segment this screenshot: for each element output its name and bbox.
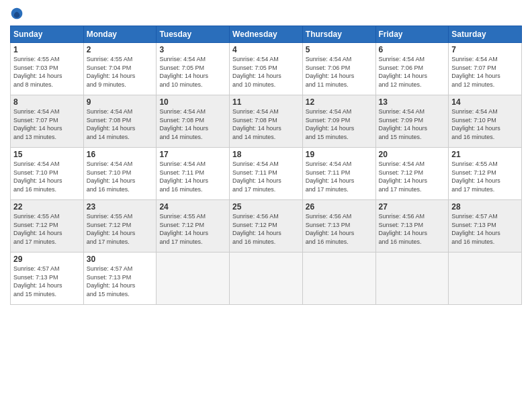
day-header-monday: Monday	[83, 26, 157, 43]
calendar-cell: 9Sunrise: 4:54 AMSunset: 7:08 PMDaylight…	[83, 95, 157, 148]
day-header-sunday: Sunday	[11, 26, 84, 43]
calendar-cell: 3Sunrise: 4:54 AMSunset: 7:05 PMDaylight…	[157, 43, 230, 95]
day-number: 29	[13, 255, 81, 264]
day-number: 15	[13, 150, 81, 159]
logo	[10, 7, 26, 20]
calendar-cell	[449, 253, 522, 305]
day-number: 21	[451, 150, 519, 159]
day-info: Sunrise: 4:54 AMSunset: 7:10 PMDaylight:…	[451, 107, 519, 141]
calendar-body: 1Sunrise: 4:55 AMSunset: 7:03 PMDaylight…	[11, 43, 522, 305]
day-info: Sunrise: 4:54 AMSunset: 7:11 PMDaylight:…	[306, 160, 373, 193]
day-number: 16	[87, 150, 154, 159]
day-info: Sunrise: 4:54 AMSunset: 7:08 PMDaylight:…	[87, 107, 154, 141]
day-number: 8	[13, 97, 81, 107]
calendar-cell: 13Sunrise: 4:54 AMSunset: 7:09 PMDayligh…	[375, 95, 449, 148]
calendar-cell: 21Sunrise: 4:55 AMSunset: 7:12 PMDayligh…	[449, 148, 522, 200]
day-info: Sunrise: 4:54 AMSunset: 7:11 PMDaylight:…	[159, 160, 226, 193]
day-number: 24	[159, 202, 226, 212]
calendar-cell: 29Sunrise: 4:57 AMSunset: 7:13 PMDayligh…	[11, 253, 84, 305]
calendar-cell: 26Sunrise: 4:56 AMSunset: 7:13 PMDayligh…	[302, 200, 375, 253]
calendar-cell: 27Sunrise: 4:56 AMSunset: 7:13 PMDayligh…	[375, 200, 449, 253]
day-info: Sunrise: 4:57 AMSunset: 7:13 PMDaylight:…	[13, 265, 81, 298]
calendar-cell: 1Sunrise: 4:55 AMSunset: 7:03 PMDaylight…	[11, 43, 84, 95]
day-info: Sunrise: 4:54 AMSunset: 7:06 PMDaylight:…	[379, 55, 446, 89]
day-info: Sunrise: 4:54 AMSunset: 7:09 PMDaylight:…	[379, 107, 446, 141]
day-info: Sunrise: 4:54 AMSunset: 7:12 PMDaylight:…	[379, 160, 446, 193]
calendar-cell: 16Sunrise: 4:54 AMSunset: 7:10 PMDayligh…	[83, 148, 157, 200]
logo-icon	[10, 7, 24, 20]
calendar-cell	[157, 253, 230, 305]
day-info: Sunrise: 4:54 AMSunset: 7:07 PMDaylight:…	[451, 55, 519, 89]
calendar-cell: 18Sunrise: 4:54 AMSunset: 7:11 PMDayligh…	[230, 148, 303, 200]
calendar-cell: 2Sunrise: 4:55 AMSunset: 7:04 PMDaylight…	[83, 43, 157, 95]
day-info: Sunrise: 4:54 AMSunset: 7:07 PMDaylight:…	[13, 107, 81, 141]
week-row-4: 22Sunrise: 4:55 AMSunset: 7:12 PMDayligh…	[11, 200, 522, 253]
day-info: Sunrise: 4:55 AMSunset: 7:04 PMDaylight:…	[87, 55, 154, 89]
day-number: 27	[379, 202, 446, 212]
day-header-wednesday: Wednesday	[230, 26, 303, 43]
day-info: Sunrise: 4:57 AMSunset: 7:13 PMDaylight:…	[451, 212, 519, 246]
day-number: 17	[159, 150, 226, 159]
day-number: 13	[379, 97, 446, 107]
calendar-cell	[230, 253, 303, 305]
calendar-cell: 30Sunrise: 4:57 AMSunset: 7:13 PMDayligh…	[83, 253, 157, 305]
day-info: Sunrise: 4:55 AMSunset: 7:12 PMDaylight:…	[87, 212, 154, 246]
calendar-cell	[375, 253, 449, 305]
day-info: Sunrise: 4:55 AMSunset: 7:12 PMDaylight:…	[159, 212, 226, 246]
calendar: SundayMondayTuesdayWednesdayThursdayFrid…	[10, 26, 522, 305]
calendar-cell: 8Sunrise: 4:54 AMSunset: 7:07 PMDaylight…	[11, 95, 84, 148]
header	[10, 7, 522, 20]
day-number: 7	[451, 45, 519, 54]
day-number: 6	[379, 45, 446, 54]
calendar-cell: 5Sunrise: 4:54 AMSunset: 7:06 PMDaylight…	[302, 43, 375, 95]
day-number: 2	[87, 45, 154, 54]
day-number: 1	[13, 45, 81, 54]
day-header-thursday: Thursday	[302, 26, 375, 43]
day-number: 23	[87, 202, 154, 212]
day-number: 18	[232, 150, 300, 159]
calendar-cell: 23Sunrise: 4:55 AMSunset: 7:12 PMDayligh…	[83, 200, 157, 253]
day-number: 5	[306, 45, 373, 54]
day-info: Sunrise: 4:54 AMSunset: 7:05 PMDaylight:…	[232, 55, 300, 89]
calendar-cell: 14Sunrise: 4:54 AMSunset: 7:10 PMDayligh…	[449, 95, 522, 148]
day-info: Sunrise: 4:56 AMSunset: 7:12 PMDaylight:…	[232, 212, 300, 246]
calendar-cell: 24Sunrise: 4:55 AMSunset: 7:12 PMDayligh…	[157, 200, 230, 253]
day-info: Sunrise: 4:56 AMSunset: 7:13 PMDaylight:…	[306, 212, 373, 246]
calendar-cell: 11Sunrise: 4:54 AMSunset: 7:08 PMDayligh…	[230, 95, 303, 148]
day-info: Sunrise: 4:54 AMSunset: 7:08 PMDaylight:…	[232, 107, 300, 141]
day-info: Sunrise: 4:56 AMSunset: 7:13 PMDaylight:…	[379, 212, 446, 246]
calendar-cell: 20Sunrise: 4:54 AMSunset: 7:12 PMDayligh…	[375, 148, 449, 200]
day-number: 10	[159, 97, 226, 107]
day-number: 22	[13, 202, 81, 212]
day-number: 30	[87, 255, 154, 264]
day-number: 3	[159, 45, 226, 54]
day-info: Sunrise: 4:54 AMSunset: 7:10 PMDaylight:…	[13, 160, 81, 193]
calendar-cell: 4Sunrise: 4:54 AMSunset: 7:05 PMDaylight…	[230, 43, 303, 95]
day-info: Sunrise: 4:54 AMSunset: 7:09 PMDaylight:…	[306, 107, 373, 141]
day-info: Sunrise: 4:55 AMSunset: 7:03 PMDaylight:…	[13, 55, 81, 89]
day-number: 14	[451, 97, 519, 107]
week-row-5: 29Sunrise: 4:57 AMSunset: 7:13 PMDayligh…	[11, 253, 522, 305]
calendar-header-row: SundayMondayTuesdayWednesdayThursdayFrid…	[11, 26, 522, 43]
day-info: Sunrise: 4:55 AMSunset: 7:12 PMDaylight:…	[13, 212, 81, 246]
day-info: Sunrise: 4:54 AMSunset: 7:11 PMDaylight:…	[232, 160, 300, 193]
calendar-cell	[302, 253, 375, 305]
calendar-cell: 7Sunrise: 4:54 AMSunset: 7:07 PMDaylight…	[449, 43, 522, 95]
day-info: Sunrise: 4:54 AMSunset: 7:08 PMDaylight:…	[159, 107, 226, 141]
day-number: 11	[232, 97, 300, 107]
calendar-cell: 19Sunrise: 4:54 AMSunset: 7:11 PMDayligh…	[302, 148, 375, 200]
day-info: Sunrise: 4:55 AMSunset: 7:12 PMDaylight:…	[451, 160, 519, 193]
week-row-3: 15Sunrise: 4:54 AMSunset: 7:10 PMDayligh…	[11, 148, 522, 200]
day-info: Sunrise: 4:54 AMSunset: 7:06 PMDaylight:…	[306, 55, 373, 89]
day-header-tuesday: Tuesday	[157, 26, 230, 43]
calendar-cell: 28Sunrise: 4:57 AMSunset: 7:13 PMDayligh…	[449, 200, 522, 253]
calendar-cell: 6Sunrise: 4:54 AMSunset: 7:06 PMDaylight…	[375, 43, 449, 95]
day-number: 28	[451, 202, 519, 212]
day-number: 26	[306, 202, 373, 212]
day-number: 19	[306, 150, 373, 159]
week-row-2: 8Sunrise: 4:54 AMSunset: 7:07 PMDaylight…	[11, 95, 522, 148]
day-number: 20	[379, 150, 446, 159]
day-number: 4	[232, 45, 300, 54]
page: SundayMondayTuesdayWednesdayThursdayFrid…	[0, 0, 532, 411]
calendar-cell: 22Sunrise: 4:55 AMSunset: 7:12 PMDayligh…	[11, 200, 84, 253]
